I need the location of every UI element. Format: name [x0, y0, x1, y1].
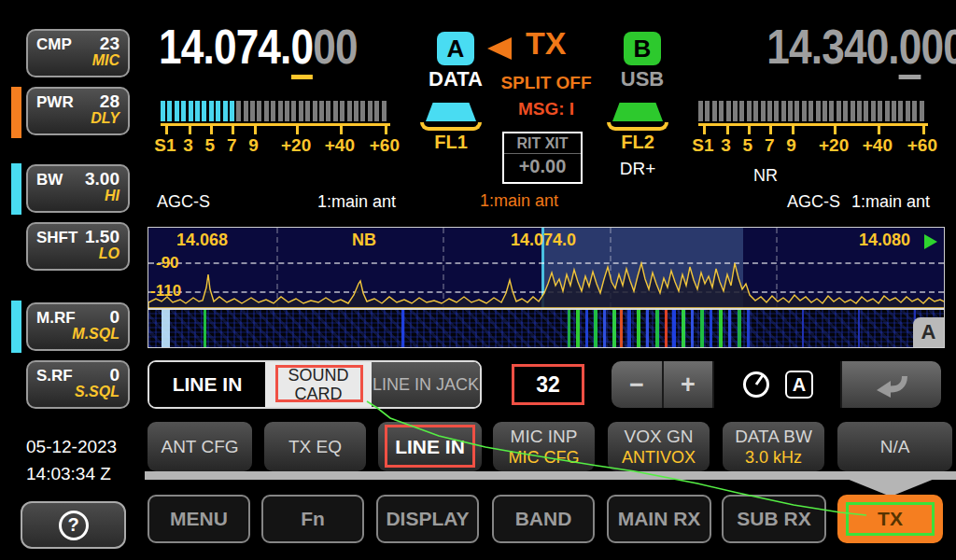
return-button[interactable]: [840, 361, 941, 408]
menu-item-na[interactable]: N/A: [837, 422, 952, 471]
vfo-a-badge[interactable]: A: [437, 32, 474, 65]
sub-rx-button[interactable]: SUB RX: [722, 495, 826, 543]
annotation-green-box: [846, 502, 935, 536]
level-value-display[interactable]: 32: [512, 364, 584, 405]
menu-item-data-bw[interactable]: DATA BW3.0 kHz: [723, 422, 824, 471]
data-bw-label: DATA BW: [735, 426, 812, 447]
tx-tab-button[interactable]: TX: [837, 495, 943, 543]
band-button[interactable]: BAND: [492, 495, 595, 543]
meter-segment: [892, 101, 896, 121]
vfo-a-frequency[interactable]: 14.074.000: [159, 19, 358, 75]
waterfall-streak: [738, 310, 741, 347]
pwr-sub-label: DLY: [36, 110, 120, 127]
meter-tick: [210, 126, 213, 134]
meter-tick: [726, 126, 729, 134]
antivox-label: ANTIVOX: [622, 447, 696, 469]
mrf-sub-label: M.SQL: [36, 326, 120, 343]
menu-item-vox-gn[interactable]: VOX GNANTIVOX: [608, 422, 710, 471]
sub-agc-label[interactable]: AGC-S: [787, 192, 840, 212]
dr-status[interactable]: DR+: [605, 159, 670, 179]
nr-status[interactable]: NR: [745, 166, 786, 186]
waterfall-streak: [691, 310, 694, 347]
sub-antenna-label[interactable]: 1:main ant: [851, 192, 930, 212]
filter1-label[interactable]: FL1: [426, 132, 476, 153]
spectrum-scope[interactable]: 14.068 NB 14.074.0 14.080 -90 -110 A: [148, 227, 945, 348]
meter-tick: [232, 126, 234, 134]
meter-segment: [236, 101, 241, 121]
meter-scale-label: 9: [786, 135, 796, 156]
meter-segment: [216, 101, 220, 121]
meter-segment: [347, 101, 352, 121]
filter2-label[interactable]: FL2: [612, 132, 663, 153]
meter-segment: [299, 101, 303, 121]
fn-button[interactable]: Fn: [261, 495, 364, 543]
adjust-mode-indicator: A: [712, 361, 840, 408]
menu-item-mic-inp[interactable]: MIC INPMIC CFG: [493, 422, 595, 471]
vfo-b-mode[interactable]: USB: [611, 67, 674, 91]
meter-scale-label: 3: [721, 135, 731, 156]
vfo-b-freq-main: 14.340.: [766, 20, 899, 74]
tx-antenna-label: 1:main ant: [465, 191, 573, 211]
date-display: 05-12-2023: [26, 437, 134, 457]
knob-icon[interactable]: [741, 370, 771, 399]
meter-segment: [167, 101, 172, 121]
menu-item-ant-cfg[interactable]: ANT CFG: [148, 422, 252, 471]
meter-segment: [271, 101, 275, 121]
waterfall-streak: [719, 310, 723, 347]
rit-xit-box[interactable]: RIT XIT +0.00: [502, 132, 583, 184]
spectrum-display[interactable]: 14.068 NB 14.074.0 14.080 -90 -110: [148, 228, 944, 308]
meter-segment: [285, 101, 289, 121]
split-status[interactable]: SPLIT OFF: [485, 73, 607, 93]
srf-control[interactable]: S.RF0 S.SQL: [26, 360, 130, 409]
meter-segment: [788, 101, 793, 121]
shft-control[interactable]: SHFT1.50 LO: [26, 222, 130, 271]
meter-scale-label: +60: [370, 135, 400, 156]
increment-button[interactable]: +: [662, 361, 712, 408]
vfo-a-mode[interactable]: DATA: [418, 67, 493, 91]
meter-scale-label: +60: [907, 135, 937, 156]
rit-xit-value: +0.00: [504, 154, 581, 177]
auto-mode-icon[interactable]: A: [785, 371, 813, 399]
meter-segment: [223, 101, 228, 121]
waterfall-streak: [576, 310, 580, 347]
decrement-button[interactable]: −: [612, 361, 662, 408]
mrf-control[interactable]: M.RF0 M.SQL: [26, 302, 130, 351]
meter-scale-label: 5: [743, 135, 753, 156]
na-label: N/A: [880, 436, 910, 457]
menu-tab-strip: [145, 471, 956, 480]
meter-tick: [769, 126, 772, 134]
main-agc-label[interactable]: AGC-S: [157, 192, 210, 212]
display-button[interactable]: DISPLAY: [376, 495, 479, 543]
meter-scale-label: +40: [863, 135, 893, 156]
shft-sub-label: LO: [36, 245, 120, 262]
meter-scale-label: S1: [692, 135, 713, 156]
meter-segment: [912, 101, 917, 121]
vfo-b-frequency[interactable]: 14.340.000: [734, 19, 956, 75]
sub-s-meter-bar: [698, 101, 934, 121]
pwr-control[interactable]: PWR28 DLY: [26, 87, 130, 135]
waterfall-streak: [646, 310, 649, 347]
bw-control[interactable]: BW3.00 HI: [26, 164, 130, 213]
menu-item-tx-eq[interactable]: TX EQ: [264, 422, 366, 471]
menu-button[interactable]: MENU: [148, 495, 250, 543]
vfo-b-badge[interactable]: B: [624, 32, 661, 65]
source-option-sound-card[interactable]: SOUND CARD: [265, 362, 372, 407]
meter-tick: [296, 126, 299, 134]
waterfall-streak: [655, 310, 659, 347]
meter-scale-label: 9: [248, 135, 259, 156]
main-antenna-label[interactable]: 1:main ant: [317, 192, 396, 212]
rit-xit-title: RIT XIT: [504, 133, 581, 154]
meter-segment: [802, 101, 807, 121]
main-rx-button[interactable]: MAIN RX: [607, 495, 711, 543]
waterfall-vfo-badge[interactable]: A: [913, 317, 944, 347]
cmp-control[interactable]: CMP23 MIC: [26, 29, 130, 77]
waterfall-display[interactable]: A: [148, 308, 944, 347]
meter-tick: [165, 126, 168, 134]
source-option-line-in-jack[interactable]: LINE IN JACK: [372, 362, 480, 407]
menu-item-line-in[interactable]: LINE IN: [378, 422, 482, 471]
help-button[interactable]: ?: [21, 501, 126, 549]
vox-gn-label: VOX GN: [625, 426, 694, 447]
msg-status[interactable]: MSG: I: [485, 99, 607, 119]
waterfall-streak: [204, 310, 206, 347]
question-mark-icon: ?: [59, 511, 89, 540]
